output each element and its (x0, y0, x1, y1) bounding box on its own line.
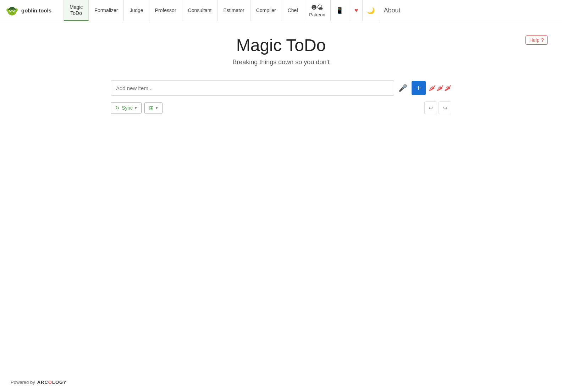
toolbar-left: ↻ Sync ▾ ⊞ ▾ (111, 102, 162, 114)
arcology-logo: ARCOLOGY (37, 380, 67, 385)
help-button[interactable]: Help ? (525, 35, 548, 45)
nav-magic-todo[interactable]: MagicToDo (64, 0, 89, 21)
help-label: Help (529, 37, 540, 43)
footer: Powered by ARCOLOGY (0, 372, 562, 392)
svg-point-7 (10, 10, 11, 11)
nav-consultant[interactable]: Consultant (182, 0, 218, 21)
page-title: Magic ToDo (236, 35, 326, 55)
nav-dark-mode[interactable]: 🌙 (363, 0, 379, 21)
nav-platform-icons[interactable]: 📱 (331, 0, 350, 21)
brand-name: goblin.tools (21, 7, 51, 13)
undo-icon: ↩ (429, 105, 433, 111)
nav-about[interactable]: About (379, 0, 404, 21)
sync-icon: ↻ (115, 105, 120, 111)
nav-chef[interactable]: Chef (282, 0, 304, 21)
navigation: goblin.tools MagicToDo Formalizer Judge … (0, 0, 562, 21)
undo-button[interactable]: ↩ (424, 101, 437, 114)
plus-icon: + (416, 83, 421, 93)
patreon-label: Patreon (309, 12, 325, 17)
difficulty-selector[interactable]: 🌶 🌶 🌶 (429, 84, 451, 92)
chili-3[interactable]: 🌶 (444, 84, 451, 92)
heart-icon: ♥ (354, 7, 358, 14)
svg-rect-10 (8, 9, 16, 10)
mic-button[interactable]: 🎤 (397, 82, 409, 94)
help-icon: ? (541, 37, 544, 43)
sync-label: Sync (122, 105, 133, 111)
nav-patreon[interactable]: ❶🌤 Patreon (304, 0, 331, 21)
redo-icon: ↪ (443, 105, 447, 111)
sync-dropdown-arrow: ▾ (135, 106, 137, 110)
svg-point-8 (13, 10, 14, 11)
add-button[interactable]: + (412, 81, 426, 95)
chili-2[interactable]: 🌶 (436, 84, 443, 92)
page-subtitle: Breaking things down so you don't (232, 59, 330, 66)
add-item-input[interactable] (111, 80, 394, 96)
add-item-row: 🎤 + 🌶 🌶 🌶 (111, 80, 451, 96)
toolbar-right: ↩ ↪ (424, 101, 451, 114)
goblin-icon (6, 4, 18, 17)
nav-judge[interactable]: Judge (124, 0, 149, 21)
main-content: Help ? Magic ToDo Breaking things down s… (0, 21, 562, 372)
nav-formalizer[interactable]: Formalizer (89, 0, 124, 21)
svg-point-9 (11, 12, 13, 13)
nav-heart[interactable]: ♥ (350, 0, 363, 21)
nav-compiler[interactable]: Compiler (250, 0, 282, 21)
sync-button[interactable]: ↻ Sync ▾ (111, 102, 142, 114)
powered-by-text: Powered by (11, 380, 35, 385)
brand-logo[interactable]: goblin.tools (0, 0, 64, 21)
moon-icon: 🌙 (367, 7, 375, 15)
nav-items: MagicToDo Formalizer Judge Professor Con… (64, 0, 562, 21)
nav-professor[interactable]: Professor (149, 0, 182, 21)
nav-estimator[interactable]: Estimator (218, 0, 250, 21)
mic-icon: 🎤 (398, 84, 407, 92)
redo-button[interactable]: ↪ (439, 101, 451, 114)
expand-dropdown-arrow: ▾ (156, 106, 158, 110)
expand-button[interactable]: ⊞ ▾ (144, 102, 162, 114)
toolbar: ↻ Sync ▾ ⊞ ▾ ↩ ↪ (111, 101, 451, 114)
chili-1[interactable]: 🌶 (429, 84, 436, 92)
about-label: About (384, 7, 400, 14)
expand-icon: ⊞ (149, 105, 154, 111)
